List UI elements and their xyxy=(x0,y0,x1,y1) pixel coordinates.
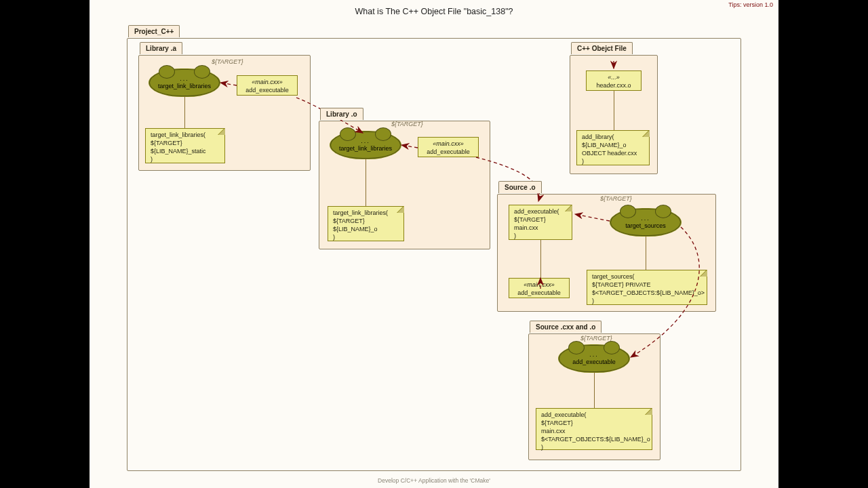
lib-o-cloud: ...target_link_libraries xyxy=(330,131,401,159)
diagram-page: Tips: version 1.0 What is The C++ Object… xyxy=(90,0,778,488)
src-o-target: ${TARGET} xyxy=(600,195,632,202)
lib-a-exec-card: «main.cxx»add_executable xyxy=(237,75,298,96)
obj-stem xyxy=(614,91,614,130)
lib-a-note: target_link_libraries( ${TARGET} ${LIB_N… xyxy=(145,128,225,163)
src-cxx-target: ${TARGET} xyxy=(580,335,612,342)
lib-a-cloud: ...target_link_libraries xyxy=(149,69,220,96)
src-cxx-stem xyxy=(594,372,595,408)
src-o-stem-r xyxy=(646,236,646,270)
src-o-tab: Source .o xyxy=(498,181,542,193)
src-o-exec-note: add_executable( ${TARGET} main.cxx ) xyxy=(509,205,572,240)
src-o-cloud: ...target_sources xyxy=(610,209,681,236)
project-tab: Project_C++ xyxy=(128,25,180,37)
page-footer: Develop C/C++ Application with the 'CMak… xyxy=(90,477,778,484)
src-o-src-note: target_sources( ${TARGET} PRIVATE $<TARG… xyxy=(587,270,707,305)
lib-o-stem xyxy=(366,159,366,206)
src-cxx-tab: Source .cxx and .o xyxy=(530,321,601,333)
lib-o-tab: Library .o xyxy=(320,108,363,120)
page-title: What is The C++ Object File "basic_138"? xyxy=(90,7,778,16)
lib-o-exec-card: «main.cxx»add_executable xyxy=(418,137,479,157)
lib-a-stem xyxy=(184,96,185,128)
obj-header-card: «...»header.cxx.o xyxy=(586,70,642,91)
obj-note: add_library( ${LIB_NAME}_o OBJECT header… xyxy=(576,130,650,165)
lib-a-tab: Library .a xyxy=(140,42,182,54)
lib-o-note: target_link_libraries( ${TARGET} ${LIB_N… xyxy=(328,206,404,241)
src-cxx-note: add_executable( ${TARGET} main.cxx $<TAR… xyxy=(536,408,652,450)
src-cxx-cloud: ...add_executable xyxy=(559,345,629,372)
lib-o-target: ${TARGET} xyxy=(391,121,423,127)
src-o-exec-card: «main.cxx»add_executable xyxy=(509,278,570,298)
obj-tab: C++ Obejct File xyxy=(571,42,633,54)
lib-a-target: ${TARGET} xyxy=(212,58,243,65)
src-o-stem-l xyxy=(540,240,541,278)
